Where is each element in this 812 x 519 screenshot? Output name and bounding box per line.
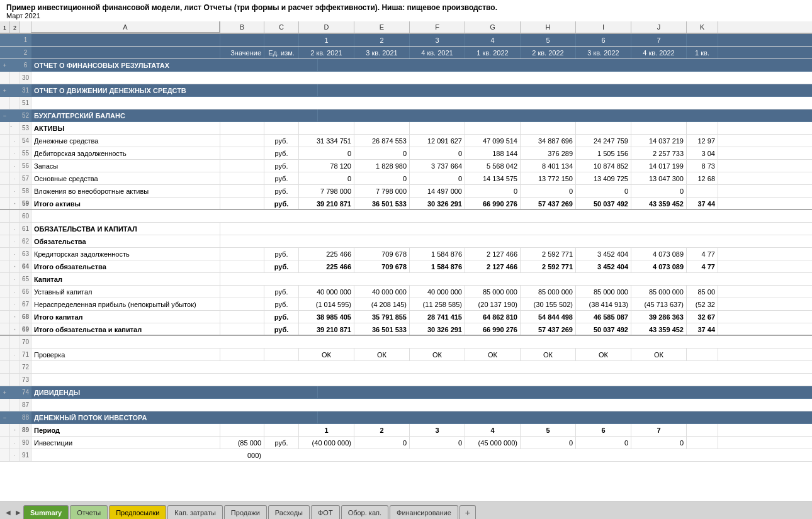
row-num: 54 bbox=[20, 135, 31, 147]
cell-g: 4 bbox=[465, 424, 521, 436]
table-row: 87 bbox=[0, 399, 812, 411]
cell-h: 5 bbox=[521, 424, 576, 436]
cell-e: 0 bbox=[354, 147, 410, 159]
cell-h: 57 437 269 bbox=[521, 198, 576, 209]
col-a-header: A bbox=[31, 21, 220, 33]
tab-obor-kap[interactable]: Обор. кап. bbox=[341, 505, 388, 519]
cell-e: 40 000 000 bbox=[354, 286, 410, 298]
cell-e: 0 bbox=[354, 437, 410, 449]
cell-b: Значение bbox=[220, 47, 264, 59]
cell-d: 1 bbox=[299, 34, 354, 46]
cell-a: Инвестиции bbox=[31, 437, 220, 449]
tab-prodazhi[interactable]: Продажи bbox=[224, 505, 267, 519]
cell-f: 1 584 876 bbox=[410, 260, 465, 272]
table-row: · 64 Итого обязательства руб. 225 466 70… bbox=[0, 260, 812, 273]
col-i-header: I bbox=[576, 21, 631, 33]
outline-level-1[interactable]: 1 bbox=[0, 21, 10, 33]
tab-otchety[interactable]: Отчеты bbox=[70, 505, 108, 519]
tab-add[interactable]: + bbox=[460, 505, 476, 519]
cell-b bbox=[220, 34, 264, 46]
table-row: · 58 Вложения во внеоборотные активы руб… bbox=[0, 185, 812, 198]
cell-a: Денежные средства bbox=[31, 135, 220, 147]
col-j-header: J bbox=[631, 21, 687, 33]
cell-f: 40 000 000 bbox=[410, 286, 465, 298]
tab-kap-zatraty[interactable]: Кап. затраты bbox=[167, 505, 223, 519]
cell-a: Уставный капитал bbox=[31, 286, 220, 298]
table-row: · 89 Период 1 2 3 4 5 6 7 bbox=[0, 424, 812, 437]
cell-h: 2 592 771 bbox=[521, 248, 576, 260]
cell-h: 34 887 696 bbox=[521, 135, 576, 147]
cell-e: 709 678 bbox=[354, 248, 410, 260]
cell-k: 32 67 bbox=[687, 311, 718, 323]
cell-c: руб. bbox=[264, 147, 299, 159]
cell-c: Ед. изм. bbox=[264, 47, 299, 59]
table-row: · 71 Проверка ОК ОК ОК ОК ОК ОК ОК bbox=[0, 349, 812, 361]
cell-e: 36 501 533 bbox=[354, 198, 410, 209]
table-row: + 74 ДИВИДЕНДЫ bbox=[0, 386, 812, 399]
cell-a: ОБЯЗАТЕЛЬСТВА И КАПИТАЛ bbox=[31, 223, 220, 235]
cell-k: 4 77 bbox=[687, 248, 718, 260]
table-row: · 55 Дебиторская задолженность руб. 0 0 … bbox=[0, 147, 812, 160]
cell-e: 7 798 000 bbox=[354, 185, 410, 197]
expand-btn[interactable]: + bbox=[0, 84, 10, 96]
expand-btn[interactable]: + bbox=[0, 386, 10, 398]
tab-fot[interactable]: ФОТ bbox=[311, 505, 340, 519]
tab-right-arrow[interactable]: ▶ bbox=[13, 505, 23, 519]
col-d-header: D bbox=[299, 21, 354, 33]
cell-f: 1 584 876 bbox=[410, 248, 465, 260]
cell-i: 0 bbox=[576, 437, 631, 449]
cell-j: (45 713 637) bbox=[631, 298, 687, 310]
cell-g: 1 кв. 2022 bbox=[465, 47, 521, 59]
cell-d: ОК bbox=[299, 349, 354, 360]
row-num: 6 bbox=[20, 59, 31, 71]
row-num: 68 bbox=[20, 311, 31, 323]
outline-2 bbox=[10, 59, 20, 71]
cell-a: ОТЧЕТ О ФИНАНСОВЫХ РЕЗУЛЬТАТАХ bbox=[31, 59, 318, 71]
table-row: − 52 БУХГАЛТЕРСКИЙ БАЛАНС bbox=[0, 109, 812, 122]
cell-g: 66 990 276 bbox=[465, 198, 521, 209]
cell-j: ОК bbox=[631, 349, 687, 360]
row-num: 2 bbox=[20, 47, 31, 59]
cell-i: (38 414 913) bbox=[576, 298, 631, 310]
cell-d: 225 466 bbox=[299, 260, 354, 272]
table-row: · 62 Обязательства bbox=[0, 235, 812, 248]
expand-btn[interactable]: + bbox=[0, 59, 10, 71]
cell-i: 50 037 492 bbox=[576, 323, 631, 335]
table-row: + 31 ОТЧЕТ О ДВИЖЕНИИ ДЕНЕЖНЫХ СРЕДСТВ bbox=[0, 84, 812, 97]
cell-c: руб. bbox=[264, 160, 299, 172]
cell-f: 3 bbox=[410, 34, 465, 46]
tab-rashody[interactable]: Расходы bbox=[268, 505, 310, 519]
row-num: 87 bbox=[20, 399, 31, 411]
cell-c: руб. bbox=[264, 172, 299, 184]
cell-a: БУХГАЛТЕРСКИЙ БАЛАНС bbox=[31, 109, 318, 121]
cell-h: 0 bbox=[521, 437, 576, 449]
cell-c: руб. bbox=[264, 198, 299, 209]
cell-i: 0 bbox=[576, 185, 631, 197]
cell-g: 4 bbox=[465, 34, 521, 46]
collapse-btn[interactable]: − bbox=[0, 109, 10, 121]
cell-a: Вложения во внеоборотные активы bbox=[31, 185, 220, 197]
row-num: 62 bbox=[20, 235, 31, 247]
cell-c: руб. bbox=[264, 135, 299, 147]
tab-summary[interactable]: Summary bbox=[23, 505, 69, 519]
tab-finansirovanie[interactable]: Финансирование bbox=[390, 505, 458, 519]
collapse-btn[interactable]: − bbox=[0, 411, 10, 423]
cell-b: (85 000 000) bbox=[220, 437, 264, 449]
table-row: 1 1 2 3 4 5 6 7 bbox=[0, 34, 812, 47]
cell-c bbox=[264, 34, 299, 46]
cell-c: руб. bbox=[264, 311, 299, 323]
title: Пример инвестиционной финансовой модели,… bbox=[6, 3, 806, 12]
outline-1 bbox=[0, 72, 10, 84]
row-num: 58 bbox=[20, 185, 31, 197]
tab-predposylki[interactable]: Предпосылки bbox=[109, 505, 166, 519]
cell-k: 8 73 bbox=[687, 160, 718, 172]
cell-h: 2 кв. 2022 bbox=[521, 47, 576, 59]
cell-f: 28 741 415 bbox=[410, 311, 465, 323]
cell-k: 12 68 bbox=[687, 172, 718, 184]
outline-level-2[interactable]: 2 bbox=[10, 21, 20, 33]
cell-d: 78 120 bbox=[299, 160, 354, 172]
cell-i: ОК bbox=[576, 349, 631, 360]
cell-e: (4 208 145) bbox=[354, 298, 410, 310]
tab-left-arrow[interactable]: ◀ bbox=[3, 505, 13, 519]
cell-f: 30 326 291 bbox=[410, 323, 465, 335]
